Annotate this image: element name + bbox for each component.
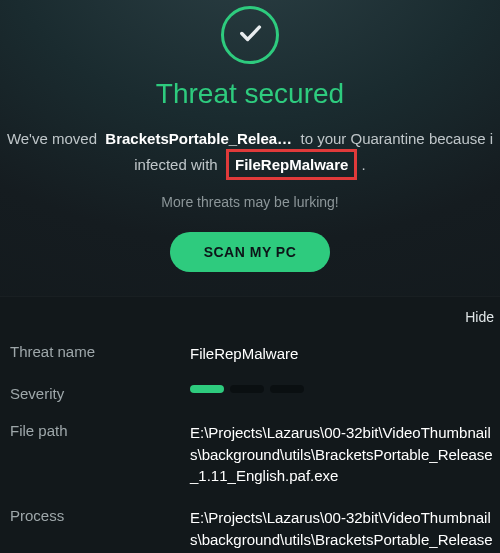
checkmark-icon	[236, 19, 264, 51]
severity-meter	[190, 385, 494, 393]
success-ring	[221, 6, 279, 64]
desc-line2-prefix: infected with	[134, 156, 217, 173]
label-file-path: File path	[10, 422, 190, 439]
row-threat-name: Threat name FileRepMalware	[0, 333, 500, 375]
label-process: Process	[10, 507, 190, 524]
file-name-partial: BracketsPortable_Relea…	[105, 130, 292, 147]
more-threats-text: More threats may be lurking!	[0, 194, 500, 210]
row-process: Process E:\Projects\Lazarus\00-32bit\Vid…	[0, 497, 500, 553]
description: We've moved BracketsPortable_Relea… to y…	[0, 128, 500, 180]
label-threat-name: Threat name	[10, 343, 190, 360]
hide-details-link[interactable]: Hide	[0, 297, 500, 333]
value-threat-name: FileRepMalware	[190, 343, 500, 365]
value-file-path: E:\Projects\Lazarus\00-32bit\VideoThumbn…	[190, 422, 500, 487]
scan-my-pc-button[interactable]: SCAN MY PC	[170, 232, 331, 272]
label-severity: Severity	[10, 385, 190, 402]
page-title: Threat secured	[0, 78, 500, 110]
desc-period: .	[362, 156, 366, 173]
desc-prefix: We've moved	[7, 130, 97, 147]
details-panel: Hide Threat name FileRepMalware Severity…	[0, 296, 500, 553]
row-severity: Severity	[0, 375, 500, 412]
severity-pip	[230, 385, 264, 393]
row-file-path: File path E:\Projects\Lazarus\00-32bit\V…	[0, 412, 500, 497]
threat-highlight-box: FileRepMalware	[226, 149, 357, 180]
severity-pip	[270, 385, 304, 393]
desc-mid: to your Quarantine because i	[300, 130, 493, 147]
severity-pip	[190, 385, 224, 393]
value-process: E:\Projects\Lazarus\00-32bit\VideoThumbn…	[190, 507, 500, 553]
